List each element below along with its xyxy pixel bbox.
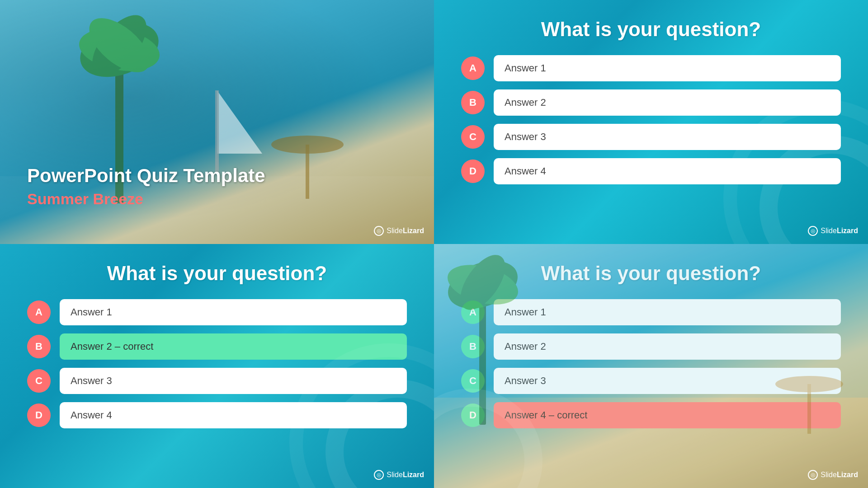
slide3-logo: ◎ SlideLizard: [374, 470, 424, 480]
slide3-logo-text: SlideLizard: [387, 471, 424, 479]
slide1-logo-text: SlideLizard: [387, 227, 424, 235]
slide1-logo-icon: ◎: [374, 226, 384, 236]
slide1-main-title: PowerPoint Quiz Template: [27, 165, 265, 187]
slide4-logo-icon: ◎: [808, 470, 818, 480]
badge-d: D: [461, 160, 485, 183]
slide2-question: What is your question?: [541, 18, 761, 41]
slide-2-quiz: What is your question? A Answer 1 B Answ…: [434, 0, 868, 244]
slide3-logo-icon: ◎: [374, 470, 384, 480]
badge-b: B: [27, 335, 51, 358]
slide-4-quiz-correct-d: What is your question? A Answer 1 B Answ…: [434, 244, 868, 488]
slide3-question: What is your question?: [107, 262, 327, 285]
answer-row-a: A Answer 1: [27, 299, 407, 325]
badge-c: C: [461, 125, 485, 149]
svg-rect-9: [215, 90, 219, 172]
answer-box-a[interactable]: Answer 1: [494, 55, 841, 81]
slide2-logo: ◎ SlideLizard: [808, 226, 858, 236]
svg-marker-8: [217, 90, 262, 154]
answer-row-a: A Answer 1: [461, 55, 841, 81]
slide1-content: PowerPoint Quiz Template Summer Breeze: [27, 165, 265, 208]
slide-1-title: PowerPoint Quiz Template Summer Breeze ◎…: [0, 0, 434, 244]
slide1-logo: ◎ SlideLizard: [374, 226, 424, 236]
answer-box-a[interactable]: Answer 1: [60, 299, 407, 325]
badge-a: A: [27, 300, 51, 324]
svg-rect-17: [807, 384, 811, 434]
badge-a: A: [461, 56, 485, 80]
slide2-logo-text: SlideLizard: [821, 227, 858, 235]
slide1-subtitle: Summer Breeze: [27, 190, 265, 208]
badge-c: C: [27, 369, 51, 393]
svg-rect-7: [306, 145, 309, 199]
badge-b: B: [461, 91, 485, 114]
slide-3-quiz-correct-b: What is your question? A Answer 1 B Answ…: [0, 244, 434, 488]
slide4-logo-text: SlideLizard: [821, 471, 858, 479]
badge-d: D: [27, 404, 51, 427]
slide2-logo-icon: ◎: [808, 226, 818, 236]
slide4-logo: ◎ SlideLizard: [808, 470, 858, 480]
